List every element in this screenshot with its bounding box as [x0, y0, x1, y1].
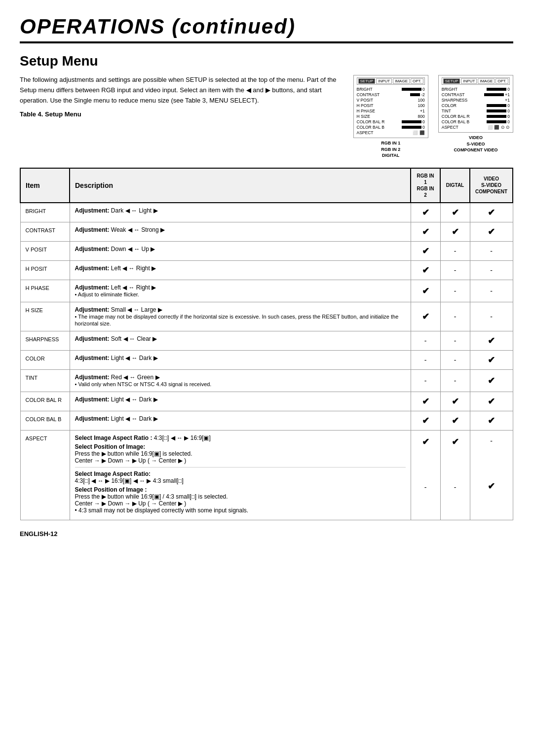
menu-tabs-left: SETUP INPUT IMAGE OPT.: [357, 77, 425, 85]
check-hsize-col3: -: [470, 302, 513, 331]
menu-tab-setup-right: SETUP: [443, 78, 460, 84]
table-row-vposit: V POSIT Adjustment: Down ◀ ↔ Up ▶ ✔ - -: [20, 241, 513, 260]
table-row-hphase: H PHASE Adjustment: Left ◀ ↔ Right ▶ • A…: [20, 280, 513, 302]
desc-aspect: Select Image Aspect Ratio : 4:3[□] ◀ ↔ ▶…: [70, 430, 411, 520]
check-hphase-col1: ✔: [411, 280, 440, 302]
check-colorbalr-col3: ✔: [470, 392, 513, 411]
check-bright-col3: ✔: [470, 203, 513, 222]
check-hsize-col1: ✔: [411, 302, 440, 331]
menu-images: SETUP INPUT IMAGE OPT. BRIGHT 0 CONTRAST…: [353, 75, 513, 159]
table-row-colorbalb: COLOR BAL B Adjustment: Light ◀ ↔ Dark ▶…: [20, 411, 513, 430]
menu-row-vposit-left: V POSIT 100: [357, 98, 425, 103]
section-title: Setup Menu: [20, 53, 513, 69]
check-hposit-col3: -: [470, 260, 513, 280]
check-hposit-col2: -: [440, 260, 470, 280]
menu-row-hsize-left: H SIZE 800: [357, 114, 425, 119]
desc-colorbalb: Adjustment: Light ◀ ↔ Dark ▶: [70, 411, 411, 430]
footer-text: ENGLISH-12: [20, 530, 513, 538]
menu-row-hphase-left: H PHASE +1: [357, 108, 425, 113]
item-hsize: H SIZE: [20, 302, 70, 331]
check-contrast-col3: ✔: [470, 222, 513, 241]
desc-contrast: Adjustment: Weak ◀ ↔ Strong ▶: [70, 222, 411, 241]
table-row-color: COLOR Adjustment: Light ◀ ↔ Dark ▶ - - ✔: [20, 350, 513, 369]
desc-tint: Adjustment: Red ◀ ↔ Green ▶ • Valid only…: [70, 369, 411, 392]
check-colorbalr-col2: ✔: [440, 392, 470, 411]
check-bright-col1: ✔: [411, 203, 440, 222]
desc-hsize: Adjustment: Small ◀ ↔ Large ▶ • The imag…: [70, 302, 411, 331]
table-row-tint: TINT Adjustment: Red ◀ ↔ Green ▶ • Valid…: [20, 369, 513, 392]
item-bright: BRIGHT: [20, 203, 70, 222]
check-vposit-col2: -: [440, 241, 470, 260]
desc-colorbalr: Adjustment: Light ◀ ↔ Dark ▶: [70, 392, 411, 411]
col-header-video: VIDEO S-VIDEO COMPONENT: [470, 168, 513, 203]
check-aspect-col2: ✔ -: [440, 430, 470, 520]
table-row-hsize: H SIZE Adjustment: Small ◀ ↔ Large ▶ • T…: [20, 302, 513, 331]
menu-row-hposit-left: H POSIT 100: [357, 103, 425, 108]
desc-bright: Adjustment: Dark ◀ ↔ Light ▶: [70, 203, 411, 222]
check-color-col3: ✔: [470, 350, 513, 369]
check-hphase-col3: -: [470, 280, 513, 302]
menu-row-aspect-left: ASPECT ⬜ ⬛: [357, 130, 425, 135]
col-header-item: Item: [20, 168, 70, 203]
check-tint-col3: ✔: [470, 369, 513, 392]
setup-table: Item Description RGB IN 1 RGB IN 2 DIGTA…: [20, 168, 513, 520]
check-color-col1: -: [411, 350, 440, 369]
menu-tab-image-right: IMAGE: [478, 78, 495, 84]
menu-row-sharpness-right: SHARPNESS +1: [442, 98, 510, 103]
check-sharpness-col1: -: [411, 331, 440, 350]
menu-row-contrast-left: CONTRAST -2: [357, 92, 425, 97]
table-row-hposit: H POSIT Adjustment: Left ◀ ↔ Right ▶ ✔ -…: [20, 260, 513, 280]
check-colorbalb-col1: ✔: [411, 411, 440, 430]
menu-tabs-right: SETUP INPUT IMAGE OPT.: [442, 77, 510, 85]
check-tint-col1: -: [411, 369, 440, 392]
menu-row-tint-right: TINT 0: [442, 108, 510, 113]
desc-sharpness: Adjustment: Soft ◀ ↔ Clear ▶: [70, 331, 411, 350]
menu-tab-image-left: IMAGE: [393, 78, 410, 84]
item-colorbalb: COLOR BAL B: [20, 411, 70, 430]
menu-caption-right: VIDEOS-VIDEOCOMPONENT VIDEO: [454, 135, 497, 153]
check-hposit-col1: ✔: [411, 260, 440, 280]
check-contrast-col1: ✔: [411, 222, 440, 241]
menu-caption-left: RGB IN 1RGB IN 2DIGITAL: [381, 140, 400, 159]
menu-tab-opt-right: OPT.: [495, 78, 508, 84]
intro-text: The following adjustments and settings a…: [20, 75, 343, 106]
item-color: COLOR: [20, 350, 70, 369]
check-bright-col2: ✔: [440, 203, 470, 222]
check-colorbalb-col3: ✔: [470, 411, 513, 430]
table-row-contrast: CONTRAST Adjustment: Weak ◀ ↔ Strong ▶ ✔…: [20, 222, 513, 241]
desc-color: Adjustment: Light ◀ ↔ Dark ▶: [70, 350, 411, 369]
table-row-colorbalr: COLOR BAL R Adjustment: Light ◀ ↔ Dark ▶…: [20, 392, 513, 411]
menu-row-colorbalb-right: COLOR BAL B 0: [442, 119, 510, 124]
menu-tab-input-left: INPUT: [376, 78, 392, 84]
menu-row-bright-right: BRIGHT 0: [442, 87, 510, 92]
menu-row-color-right: COLOR 0: [442, 103, 510, 108]
check-contrast-col2: ✔: [440, 222, 470, 241]
table-row-aspect: ASPECT Select Image Aspect Ratio : 4:3[□…: [20, 430, 513, 520]
desc-vposit: Adjustment: Down ◀ ↔ Up ▶: [70, 241, 411, 260]
check-aspect-col3: - ✔: [470, 430, 513, 520]
item-sharpness: SHARPNESS: [20, 331, 70, 350]
menu-row-colorbalb-left: COLOR BAL B 0: [357, 125, 425, 130]
check-tint-col2: -: [440, 369, 470, 392]
col-header-rgb: RGB IN 1 RGB IN 2: [411, 168, 440, 203]
item-tint: TINT: [20, 369, 70, 392]
desc-hposit: Adjustment: Left ◀ ↔ Right ▶: [70, 260, 411, 280]
col-header-description: Description: [70, 168, 411, 203]
check-sharpness-col2: -: [440, 331, 470, 350]
table-row-bright: BRIGHT Adjustment: Dark ◀ ↔ Light ▶ ✔ ✔ …: [20, 203, 513, 222]
table-title: Table 4. Setup Menu: [20, 110, 343, 118]
menu-row-contrast-right: CONTRAST +1: [442, 92, 510, 97]
menu-row-aspect-right: ASPECT ⬜ ⬛ ⊙ ⊙: [442, 125, 510, 130]
page-title: OPERATIONS (continued): [20, 15, 513, 43]
check-colorbalr-col1: ✔: [411, 392, 440, 411]
menu-tab-setup-left: SETUP: [358, 78, 376, 84]
check-sharpness-col3: ✔: [470, 331, 513, 350]
item-colorbalr: COLOR BAL R: [20, 392, 70, 411]
check-hphase-col2: -: [440, 280, 470, 302]
menu-tab-opt-left: OPT.: [411, 78, 423, 84]
item-contrast: CONTRAST: [20, 222, 70, 241]
menu-row-colorbalr-right: COLOR BAL R 0: [442, 114, 510, 119]
item-hphase: H PHASE: [20, 280, 70, 302]
check-vposit-col1: ✔: [411, 241, 440, 260]
col-header-digital: DIGTAL: [440, 168, 470, 203]
